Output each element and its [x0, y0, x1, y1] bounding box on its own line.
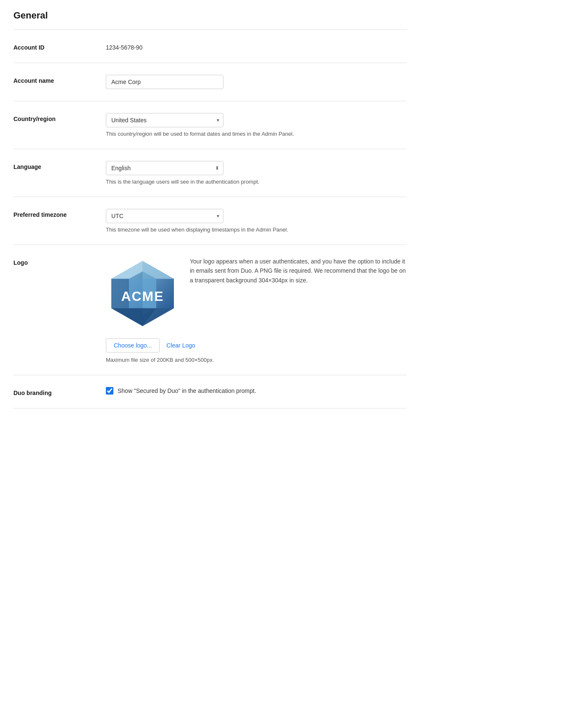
logo-buttons: Choose logo... Clear Logo	[106, 338, 407, 353]
account-id-value: 1234-5678-90	[106, 42, 407, 51]
clear-logo-button[interactable]: Clear Logo	[166, 342, 195, 349]
logo-file-note: Maximum file size of 200KB and 500×500px…	[106, 357, 407, 363]
duo-branding-label: Duo branding	[13, 387, 106, 396]
country-region-row: Country/region United States Canada Unit…	[13, 101, 407, 149]
timezone-helper: This timezone will be used when displayi…	[106, 226, 407, 233]
logo-image-container: ACME	[106, 257, 181, 332]
country-region-select[interactable]: United States Canada United Kingdom Aust…	[106, 113, 223, 127]
logo-content: ACME Your logo appears when a user authe…	[106, 257, 407, 363]
choose-logo-button[interactable]: Choose logo...	[106, 338, 160, 353]
language-helper: This is the language users will see in t…	[106, 179, 407, 185]
logo-row: Logo	[13, 245, 407, 375]
timezone-content: UTC America/New_York America/Chicago Ame…	[106, 209, 407, 233]
account-id-label: Account ID	[13, 42, 106, 51]
timezone-label: Preferred timezone	[13, 209, 106, 218]
logo-section: ACME Your logo appears when a user authe…	[106, 257, 407, 332]
country-region-select-wrapper: United States Canada United Kingdom Aust…	[106, 113, 223, 127]
timezone-select-wrapper: UTC America/New_York America/Chicago Ame…	[106, 209, 223, 223]
timezone-row: Preferred timezone UTC America/New_York …	[13, 197, 407, 245]
account-id-content: 1234-5678-90	[106, 42, 407, 51]
svg-text:ACME: ACME	[121, 289, 164, 304]
account-name-label: Account name	[13, 75, 106, 84]
duo-branding-checkbox-label: Show "Secured by Duo" in the authenticat…	[118, 387, 256, 394]
timezone-select[interactable]: UTC America/New_York America/Chicago Ame…	[106, 209, 223, 223]
language-select-wrapper: English French German Spanish Japanese P…	[106, 161, 223, 175]
language-select[interactable]: English French German Spanish Japanese P…	[106, 161, 223, 175]
country-region-label: Country/region	[13, 113, 106, 122]
acme-logo-image: ACME	[106, 257, 179, 330]
page-title: General	[13, 10, 407, 21]
language-content: English French German Spanish Japanese P…	[106, 161, 407, 185]
duo-branding-content: Show "Secured by Duo" in the authenticat…	[106, 387, 407, 395]
account-name-input[interactable]	[106, 75, 223, 89]
logo-label: Logo	[13, 257, 106, 266]
language-label: Language	[13, 161, 106, 170]
language-row: Language English French German Spanish J…	[13, 149, 407, 197]
duo-branding-checkbox[interactable]	[106, 387, 113, 395]
account-id-row: Account ID 1234-5678-90	[13, 29, 407, 63]
account-name-content	[106, 75, 407, 89]
duo-branding-checkbox-row: Show "Secured by Duo" in the authenticat…	[106, 387, 407, 395]
duo-branding-row: Duo branding Show "Secured by Duo" in th…	[13, 375, 407, 408]
logo-description: Your logo appears when a user authentica…	[190, 257, 407, 285]
account-name-row: Account name	[13, 63, 407, 101]
country-region-helper: This country/region will be used to form…	[106, 131, 407, 137]
country-region-content: United States Canada United Kingdom Aust…	[106, 113, 407, 137]
